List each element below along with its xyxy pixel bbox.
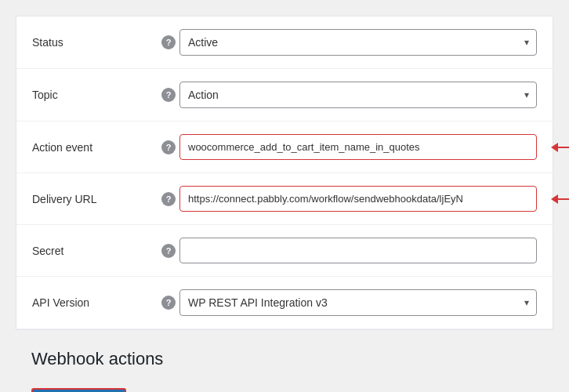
webhook-actions-section: Webhook actions Save webhook [16, 330, 553, 392]
topic-row: Topic ? Action Created Deleted Restored … [16, 69, 553, 122]
action-event-help-icon[interactable]: ? [161, 140, 176, 154]
api-version-row: API Version ? WP REST API Integration v3… [16, 277, 553, 329]
status-help[interactable]: ? [158, 35, 179, 49]
api-version-control: WP REST API Integration v3 WP REST API I… [179, 289, 537, 316]
delivery-url-control [179, 186, 537, 212]
api-version-select[interactable]: WP REST API Integration v3 WP REST API I… [179, 289, 537, 316]
action-event-control [179, 134, 537, 160]
status-row: Status ? Active Inactive ▾ [16, 16, 553, 69]
save-btn-area: Save webhook [16, 382, 553, 392]
secret-control [179, 238, 537, 263]
secret-help[interactable]: ? [158, 244, 179, 258]
secret-row: Secret ? [16, 225, 553, 277]
delivery-url-help[interactable]: ? [158, 192, 179, 206]
api-version-label: API Version [32, 296, 158, 309]
action-event-arrow [557, 147, 569, 148]
delivery-url-help-icon[interactable]: ? [161, 192, 176, 206]
action-event-row: Action event ? [16, 122, 553, 173]
api-version-help-icon[interactable]: ? [161, 296, 176, 310]
topic-label: Topic [32, 89, 158, 101]
topic-select[interactable]: Action Created Deleted Restored Updated [179, 82, 537, 108]
delivery-url-input[interactable] [179, 186, 537, 212]
delivery-url-arrow [557, 198, 569, 200]
status-select[interactable]: Active Inactive [179, 29, 537, 56]
secret-help-icon[interactable]: ? [161, 244, 176, 258]
api-version-help[interactable]: ? [158, 296, 179, 310]
save-webhook-button[interactable]: Save webhook [31, 388, 126, 392]
delivery-url-row: Delivery URL ? [16, 173, 553, 225]
secret-label: Secret [32, 245, 158, 257]
topic-control: Action Created Deleted Restored Updated … [179, 82, 537, 108]
form-container: Status ? Active Inactive ▾ Topic ? Actio… [16, 16, 553, 330]
webhook-actions-title: Webhook actions [16, 330, 553, 382]
delivery-url-label: Delivery URL [32, 193, 158, 205]
action-event-help[interactable]: ? [158, 140, 179, 154]
topic-help[interactable]: ? [158, 88, 179, 102]
status-label: Status [32, 36, 158, 49]
status-control: Active Inactive ▾ [179, 29, 537, 56]
action-event-input[interactable] [179, 134, 537, 160]
action-event-label: Action event [32, 141, 158, 154]
secret-input[interactable] [179, 238, 537, 263]
status-help-icon[interactable]: ? [161, 35, 176, 49]
topic-help-icon[interactable]: ? [161, 88, 176, 102]
